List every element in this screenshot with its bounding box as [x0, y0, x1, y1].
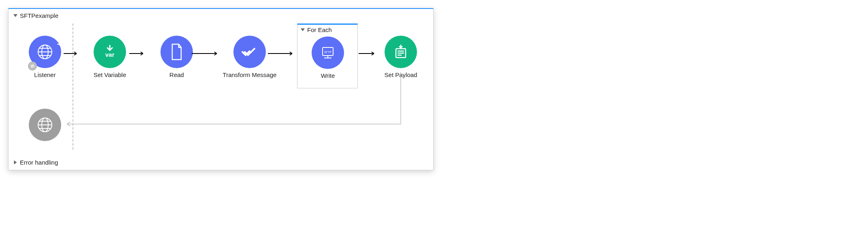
sftp-write-icon: SFTP	[312, 36, 344, 69]
arrow	[268, 50, 295, 57]
file-icon	[160, 36, 193, 68]
flow-canvas: SFTPexample	[8, 8, 434, 170]
exchange-badge-icon	[28, 62, 37, 71]
transform-icon	[233, 36, 266, 68]
http-response-icon	[29, 109, 61, 141]
chevron-right-icon	[14, 161, 17, 165]
flow-area: Listener var Set Variable	[17, 24, 425, 150]
set-payload-icon	[385, 36, 417, 68]
svg-text:SFTP: SFTP	[324, 51, 331, 54]
flow-title: SFTPexample	[20, 12, 58, 19]
chevron-down-icon	[301, 28, 305, 31]
svg-text:var: var	[105, 51, 115, 58]
http-listener-icon	[29, 36, 61, 68]
set-variable-icon: var	[94, 36, 126, 68]
chevron-down-icon	[13, 14, 17, 17]
scope-header: For Each	[297, 25, 357, 33]
scope-title: For Each	[307, 26, 332, 33]
flow-header[interactable]: SFTPexample	[13, 12, 58, 19]
arrow	[192, 50, 220, 57]
arrow	[64, 50, 80, 57]
error-handling-label: Error handling	[20, 159, 58, 166]
error-handling-header[interactable]: Error handling	[13, 159, 58, 166]
return-arrow	[61, 72, 406, 129]
arrow	[129, 50, 146, 57]
